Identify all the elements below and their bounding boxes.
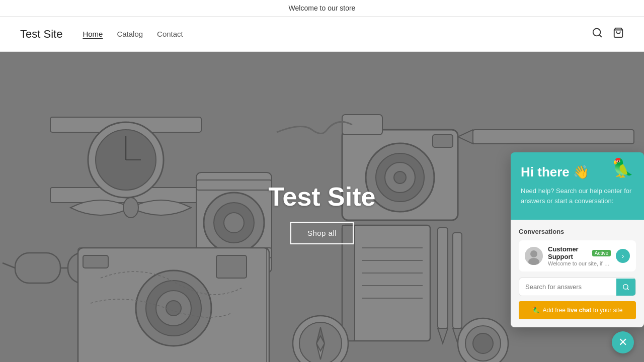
svg-point-35	[166, 301, 181, 316]
svg-rect-26	[15, 253, 60, 283]
svg-rect-24	[473, 130, 634, 144]
svg-rect-45	[438, 228, 448, 328]
chat-dismiss-button[interactable]: ✕	[612, 331, 634, 353]
chat-widget: 🦜 Hi there 👋 Need help? Search our help …	[511, 152, 644, 327]
svg-rect-47	[453, 233, 462, 328]
svg-point-56	[473, 333, 493, 353]
announcement-bar: Welcome to our store	[0, 0, 644, 17]
active-badge: Active	[592, 250, 611, 256]
svg-rect-18	[342, 115, 382, 135]
conversation-info: Customer Support Active Welcome to our s…	[548, 245, 611, 266]
footer-text: Add free live chat to your site	[543, 307, 623, 314]
header: Test Site Home Catalog Contact	[0, 17, 644, 52]
chat-body: Conversations Customer Support Active We…	[511, 220, 644, 327]
shop-all-button[interactable]: Shop all	[290, 222, 354, 244]
chat-subtitle: Need help? Search our help center for an…	[521, 186, 634, 206]
agent-avatar	[525, 247, 543, 265]
svg-point-14	[224, 213, 244, 233]
svg-rect-36	[216, 255, 247, 278]
nav-home[interactable]: Home	[83, 30, 103, 38]
search-button[interactable]	[616, 279, 635, 296]
open-conversation-button[interactable]: ›	[616, 249, 630, 263]
search-icon[interactable]	[592, 27, 603, 41]
conversation-preview: Welcome to our site, if you ne...	[548, 260, 611, 266]
chat-mascot-icon: 🦜	[611, 157, 634, 178]
svg-line-61	[627, 288, 629, 290]
conversation-item[interactable]: Customer Support Active Welcome to our s…	[519, 240, 636, 272]
announcement-text: Welcome to our store	[289, 4, 356, 12]
site-logo[interactable]: Test Site	[20, 28, 62, 41]
nav-contact[interactable]: Contact	[157, 30, 183, 38]
cart-icon[interactable]	[613, 27, 624, 41]
svg-point-58	[530, 250, 537, 257]
conversations-label: Conversations	[519, 228, 636, 235]
svg-point-10	[123, 198, 138, 218]
main-nav: Home Catalog Contact	[83, 30, 592, 38]
search-input[interactable]	[519, 278, 616, 296]
header-icons	[592, 27, 624, 41]
svg-rect-37	[83, 255, 108, 268]
chat-header: 🦜 Hi there 👋 Need help? Search our help …	[511, 152, 644, 220]
footer-bird-icon: 🦜	[532, 307, 540, 314]
svg-rect-15	[196, 180, 272, 190]
hero-title: Test Site	[269, 182, 376, 212]
chat-footer-banner[interactable]: 🦜 Add free live chat to your site	[519, 301, 636, 319]
agent-name: Customer Support Active	[548, 245, 611, 260]
nav-catalog[interactable]: Catalog	[117, 30, 143, 38]
hero-content: Test Site Shop all	[269, 182, 376, 244]
svg-line-1	[599, 35, 601, 37]
hero-section: Test Site Shop all 🦜 Hi there 👋 Need hel…	[0, 52, 644, 362]
search-box	[519, 278, 636, 296]
svg-rect-23	[433, 135, 453, 147]
svg-point-22	[394, 171, 406, 184]
